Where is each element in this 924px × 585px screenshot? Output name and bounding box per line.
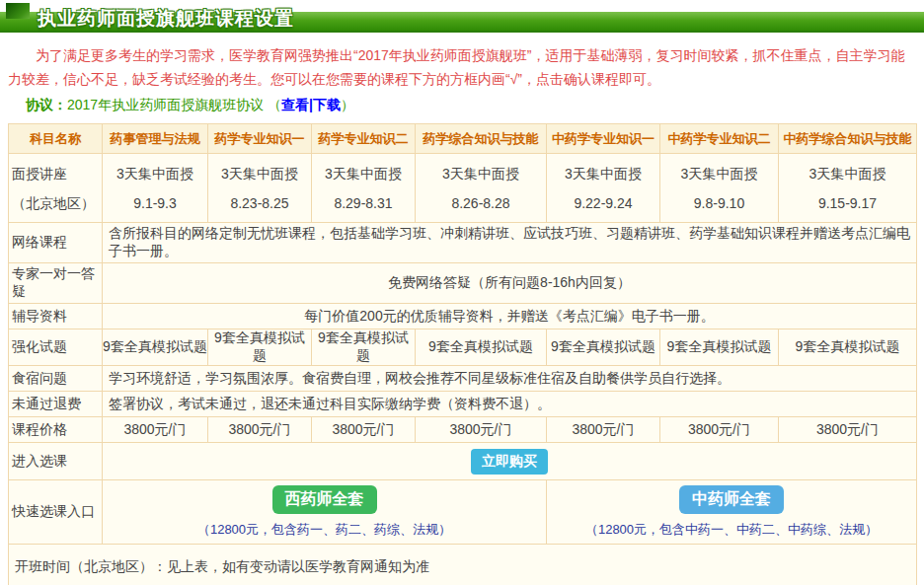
western-package-note: （12800元，包含药一、药二、药综、法规） [103, 521, 546, 539]
intro-paragraph: 为了满足更多考生的学习需求，医学教育网强势推出“2017年执业药师面授旗舰班”，… [8, 43, 916, 91]
materials-content: 每门价值200元的优质辅导资料，并赠送《考点汇编》电子书一册。 [103, 304, 917, 329]
price-cell: 3800元/门 [103, 417, 208, 443]
lecture-mode: 3天集中面授 [103, 159, 207, 188]
buy-now-button[interactable]: 立即购买 [471, 449, 548, 475]
lecture-date: 9.15-9.17 [779, 188, 916, 218]
paren-close: ） [341, 97, 354, 112]
enroll-cell: 立即购买 [103, 443, 917, 480]
row-label-lecture: 面授讲座 （北京地区） [9, 154, 103, 223]
western-package-cell: 西药师全套 （12800元，包含药一、药二、药综、法规） [103, 480, 547, 545]
lecture-mode: 3天集中面授 [312, 159, 415, 188]
chinese-package-cell: 中药师全套 （12800元，包含中药一、中药二、中药综、法规） [547, 480, 917, 545]
lecture-mode: 3天集中面授 [547, 159, 659, 188]
lecture-date: 8.26-8.28 [416, 188, 546, 218]
price-cell: 3800元/门 [416, 417, 547, 443]
lecture-cell: 3天集中面授 9.1-9.3 [103, 154, 208, 223]
header-cell: 中药学专业知识一 [547, 124, 660, 154]
lecture-cell: 3天集中面授 8.23-8.25 [208, 154, 312, 223]
lecture-date: 8.23-8.25 [208, 188, 311, 218]
qa-content: 免费网络答疑（所有问题8-16h内回复） [103, 263, 917, 304]
price-cell: 3800元/门 [312, 417, 416, 443]
row-label-practice: 强化试题 [9, 329, 103, 366]
view-agreement-link[interactable]: 查看 [281, 97, 309, 112]
materials-row: 辅导资料 每门价值200元的优质辅导资料，并赠送《考点汇编》电子书一册。 [9, 304, 917, 329]
lecture-label-line2: （北京地区） [12, 188, 102, 218]
row-label-enroll: 进入选课 [9, 443, 103, 480]
qa-row: 专家一对一答疑 免费网络答疑（所有问题8-16h内回复） [9, 263, 917, 304]
page-header: 执业药师面授旗舰班课程设置 [0, 0, 924, 34]
header-cell: 药学专业知识二 [312, 124, 416, 154]
header-cell: 中药学综合知识与技能 [779, 124, 917, 154]
row-label-accommodation: 食宿问题 [9, 366, 103, 392]
table-header-row: 科目名称 药事管理与法规 药学专业知识一 药学专业知识二 药学综合知识与技能 中… [9, 124, 917, 154]
enroll-row: 进入选课 立即购买 [9, 443, 917, 480]
lecture-mode: 3天集中面授 [208, 159, 311, 188]
footer-cell: 开班时间（北京地区）：见上表，如有变动请以医学教育网通知为准 开班地点（北京地区… [9, 545, 917, 585]
header-cell: 药事管理与法规 [103, 124, 208, 154]
price-cell: 3800元/门 [208, 417, 312, 443]
practice-row: 强化试题 9套全真模拟试题 9套全真模拟试题 9套全真模拟试题 9套全真模拟试题… [9, 329, 917, 366]
chinese-package-note: （12800元，包含中药一、中药二、中药综、法规） [547, 521, 916, 539]
lecture-date: 9.8-9.10 [660, 188, 778, 218]
chinese-package-button[interactable]: 中药师全套 [679, 485, 784, 514]
footer-row: 开班时间（北京地区）：见上表，如有变动请以医学教育网通知为准 开班地点（北京地区… [9, 545, 917, 585]
price-cell: 3800元/门 [660, 417, 779, 443]
header-cell: 药学专业知识一 [208, 124, 312, 154]
row-label-price: 课程价格 [9, 417, 103, 443]
banner-accent-square [6, 3, 30, 19]
lecture-date: 9.22-9.24 [547, 188, 659, 218]
western-package-button[interactable]: 西药师全套 [272, 485, 377, 514]
refund-content: 签署协议，考试未通过，退还未通过科目实际缴纳学费（资料费不退）。 [103, 392, 917, 417]
header-cell-subject: 科目名称 [9, 124, 103, 154]
quick-select-row: 快速选课入口 西药师全套 （12800元，包含药一、药二、药综、法规） 中药师全… [9, 480, 917, 545]
row-label-qa: 专家一对一答疑 [9, 263, 103, 304]
practice-cell: 9套全真模拟试题 [103, 329, 208, 366]
paren-open: （ [268, 97, 281, 112]
download-agreement-link[interactable]: 下载 [313, 97, 341, 112]
practice-cell: 9套全真模拟试题 [660, 329, 779, 366]
refund-row: 未通过退费 签署协议，考试未通过，退还未通过科目实际缴纳学费（资料费不退）。 [9, 392, 917, 417]
price-cell: 3800元/门 [547, 417, 660, 443]
class-schedule-line: 开班时间（北京地区）：见上表，如有变动请以医学教育网通知为准 [15, 552, 910, 580]
row-label-refund: 未通过退费 [9, 392, 103, 417]
lecture-row: 面授讲座 （北京地区） 3天集中面授 9.1-9.3 3天集中面授 8.23-8… [9, 154, 917, 223]
agreement-label: 协议： [26, 97, 67, 112]
price-cell: 3800元/门 [779, 417, 917, 443]
lecture-cell: 3天集中面授 9.8-9.10 [660, 154, 779, 223]
lecture-mode: 3天集中面授 [660, 159, 778, 188]
agreement-text: 2017年执业药师面授旗舰班协议 [67, 97, 268, 112]
header-cell: 中药学专业知识二 [660, 124, 779, 154]
course-table: 科目名称 药事管理与法规 药学专业知识一 药学专业知识二 药学综合知识与技能 中… [8, 123, 917, 585]
practice-cell: 9套全真模拟试题 [312, 329, 416, 366]
lecture-cell: 3天集中面授 8.29-8.31 [312, 154, 416, 223]
lecture-label-line1: 面授讲座 [12, 159, 102, 188]
lecture-cell: 3天集中面授 9.22-9.24 [547, 154, 660, 223]
class-location-line: 开班地点（北京地区）：北京市海淀区学院国际大厦-北京正保教育面授集训中心 [15, 580, 910, 585]
online-course-content: 含所报科目的网络定制无忧班课程，包括基础学习班、冲刺精讲班、应试技巧班、习题精讲… [103, 223, 917, 263]
header-cell: 药学综合知识与技能 [416, 124, 547, 154]
lecture-mode: 3天集中面授 [779, 159, 916, 188]
practice-cell: 9套全真模拟试题 [547, 329, 660, 366]
lecture-date: 9.1-9.3 [103, 188, 207, 218]
lecture-cell: 3天集中面授 9.15-9.17 [779, 154, 917, 223]
online-course-row: 网络课程 含所报科目的网络定制无忧班课程，包括基础学习班、冲刺精讲班、应试技巧班… [9, 223, 917, 263]
row-label-quick: 快速选课入口 [9, 480, 103, 545]
practice-cell: 9套全真模拟试题 [416, 329, 547, 366]
practice-cell: 9套全真模拟试题 [208, 329, 312, 366]
accommodation-content: 学习环境舒适，学习氛围浓厚。食宿费自理，网校会推荐不同星级标准住宿及自助餐供学员… [103, 366, 917, 392]
lecture-mode: 3天集中面授 [416, 159, 546, 188]
practice-cell: 9套全真模拟试题 [779, 329, 917, 366]
price-row: 课程价格 3800元/门 3800元/门 3800元/门 3800元/门 380… [9, 417, 917, 443]
lecture-cell: 3天集中面授 8.26-8.28 [416, 154, 547, 223]
agreement-line: 协议：2017年执业药师面授旗舰班协议 （查看|下载） [26, 97, 916, 114]
row-label-online: 网络课程 [9, 223, 103, 263]
accommodation-row: 食宿问题 学习环境舒适，学习氛围浓厚。食宿费自理，网校会推荐不同星级标准住宿及自… [9, 366, 917, 392]
lecture-date: 8.29-8.31 [312, 188, 415, 218]
row-label-materials: 辅导资料 [9, 304, 103, 329]
page-title: 执业药师面授旗舰班课程设置 [38, 6, 294, 32]
